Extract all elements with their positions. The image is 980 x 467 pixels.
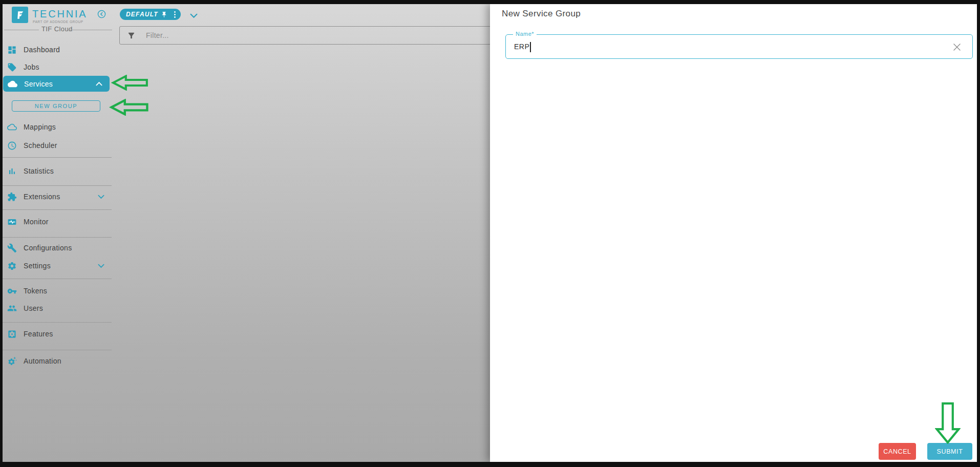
sidebar-item-label: Statistics <box>24 167 54 175</box>
sidebar-divider <box>3 237 112 238</box>
collapse-sidebar-button[interactable] <box>97 10 106 18</box>
sidebar-divider <box>3 157 112 158</box>
chevron-down-icon[interactable] <box>98 264 104 268</box>
monitor-pulse-icon <box>7 217 17 227</box>
environment-chevron-down-icon[interactable] <box>190 11 198 20</box>
brand-wordmark: TECHNIA <box>32 8 87 20</box>
sidebar-item-label: Configurations <box>24 244 72 252</box>
annotation-arrow-new-group <box>109 99 150 116</box>
technia-logo-icon <box>12 7 28 23</box>
environment-badge-label: DEFAULT <box>126 11 158 18</box>
extensions-puzzle-icon <box>7 192 17 202</box>
services-cloud-icon <box>8 79 17 89</box>
sidebar-item-label: Features <box>24 330 53 338</box>
jobs-tag-icon <box>7 62 17 72</box>
sidebar-item-label: Monitor <box>24 218 49 226</box>
settings-gear-icon <box>7 261 17 271</box>
dialog-title: New Service Group <box>502 9 581 19</box>
features-gear-square-icon <box>7 329 17 339</box>
clear-input-icon[interactable] <box>953 43 961 51</box>
sidebar-divider <box>3 350 112 350</box>
cancel-button[interactable]: CANCEL <box>879 443 916 460</box>
sidebar-item-mappings[interactable]: Mappings <box>3 119 112 135</box>
filter-funnel-icon <box>127 31 136 40</box>
dashboard-icon <box>7 45 17 55</box>
users-group-icon <box>7 304 17 313</box>
sidebar-item-label: Dashboard <box>24 46 60 54</box>
sidebar-divider <box>3 185 112 186</box>
automation-gear-sparkle-icon <box>7 356 17 366</box>
statistics-bars-icon <box>7 166 17 176</box>
name-input[interactable] <box>514 35 934 57</box>
chevron-up-icon[interactable] <box>96 81 102 86</box>
sidebar-item-configurations[interactable]: Configurations <box>3 240 112 256</box>
divider-line <box>68 30 112 30</box>
app-root: TECHNIA PART OF ADDNODE GROUP DEFAULT TI… <box>3 4 977 462</box>
text-caret <box>530 42 531 52</box>
sidebar-item-label: Users <box>24 304 43 312</box>
name-field-outline: Name* <box>505 34 973 59</box>
sidebar-item-dashboard[interactable]: Dashboard <box>3 42 112 57</box>
sidebar-item-label: Scheduler <box>24 141 57 150</box>
new-service-group-dialog: New Service Group Name* CANCEL SUBMIT <box>490 4 977 462</box>
main-content-dimmed: TECHNIA PART OF ADDNODE GROUP DEFAULT TI… <box>3 4 490 462</box>
configurations-wrench-icon <box>7 243 17 253</box>
kebab-menu-icon[interactable] <box>174 11 176 18</box>
environment-selector[interactable]: DEFAULT <box>120 9 181 20</box>
annotation-arrow-services <box>111 75 149 91</box>
sidebar-item-label: Extensions <box>24 193 60 201</box>
sidebar-item-features[interactable]: Features <box>3 326 112 342</box>
pin-icon <box>161 11 167 18</box>
sidebar-divider <box>3 209 112 210</box>
sidebar-item-label: Automation <box>24 357 61 365</box>
filter-placeholder: Filter... <box>146 31 169 39</box>
divider-line <box>4 30 39 30</box>
sidebar-item-statistics[interactable]: Statistics <box>3 163 112 179</box>
sidebar-divider <box>3 279 112 279</box>
sidebar-divider <box>3 322 112 323</box>
annotation-arrow-submit <box>935 402 961 444</box>
sidebar-item-label: Tokens <box>24 287 47 295</box>
sidebar-item-settings[interactable]: Settings <box>3 258 112 273</box>
sidebar-item-scheduler[interactable]: Scheduler <box>3 138 112 153</box>
window-frame: TECHNIA PART OF ADDNODE GROUP DEFAULT TI… <box>0 0 980 467</box>
scheduler-clock-icon <box>7 141 17 151</box>
sidebar-item-automation[interactable]: Automation <box>3 353 112 369</box>
sidebar-item-label: Jobs <box>24 63 39 71</box>
sidebar-item-users[interactable]: Users <box>3 301 112 316</box>
filter-input-wrapper[interactable]: Filter... <box>119 26 492 45</box>
new-group-button[interactable]: NEW GROUP <box>12 100 100 112</box>
app-name-label: TIF Cloud <box>41 25 67 33</box>
sidebar-item-tokens[interactable]: Tokens <box>3 283 112 299</box>
submit-button[interactable]: SUBMIT <box>927 443 972 460</box>
mappings-cloud-icon <box>7 122 17 132</box>
sidebar-item-label: Services <box>24 80 53 88</box>
sidebar-item-label: Settings <box>24 262 51 270</box>
sidebar-item-label: Mappings <box>24 123 56 131</box>
sidebar-item-monitor[interactable]: Monitor <box>3 214 112 229</box>
sidebar-item-services[interactable]: Services <box>3 76 110 92</box>
sidebar-item-jobs[interactable]: Jobs <box>3 59 112 75</box>
tokens-key-icon <box>7 286 17 296</box>
app-name-header: TIF Cloud <box>3 25 112 34</box>
brand-tagline: PART OF ADDNODE GROUP <box>33 20 83 24</box>
sidebar-item-extensions[interactable]: Extensions <box>3 189 112 204</box>
chevron-down-icon[interactable] <box>98 195 104 199</box>
